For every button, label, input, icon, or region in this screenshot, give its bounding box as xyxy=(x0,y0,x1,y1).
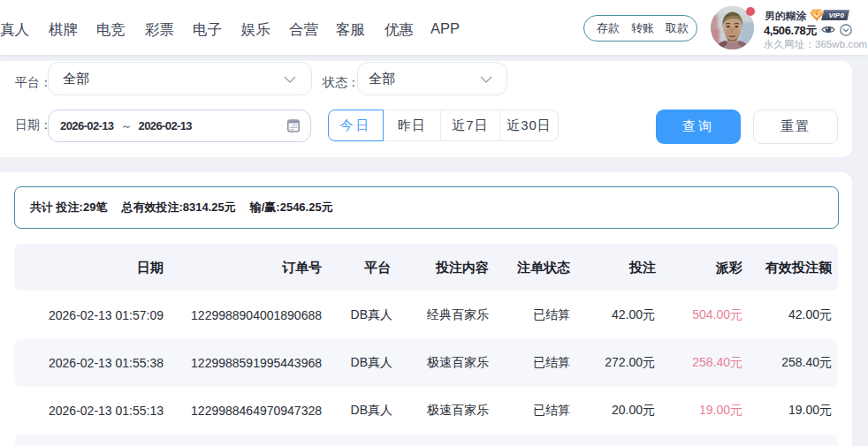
svg-text:VIP0: VIP0 xyxy=(829,11,845,19)
